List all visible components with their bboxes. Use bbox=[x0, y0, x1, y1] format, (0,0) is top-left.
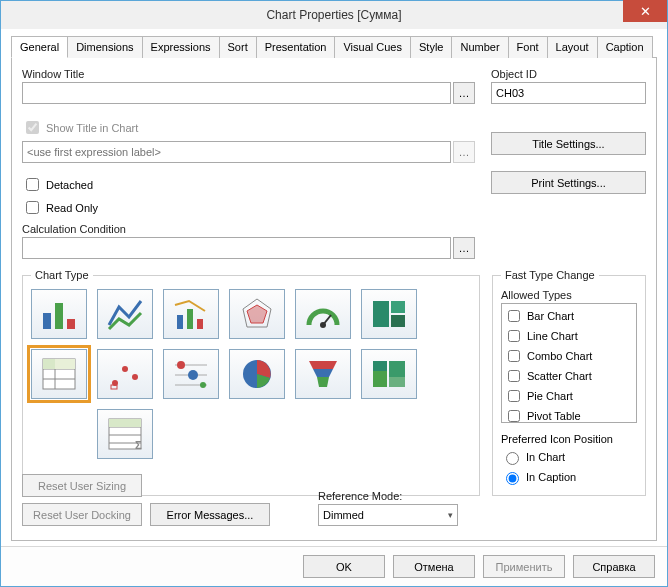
reference-mode-value: Dimmed bbox=[323, 509, 364, 521]
reference-mode-select[interactable]: Dimmed ▾ bbox=[318, 504, 458, 526]
show-title-checkbox bbox=[26, 121, 39, 134]
chart-type-legend: Chart Type bbox=[31, 269, 93, 281]
read-only-checkbox[interactable] bbox=[26, 201, 39, 214]
svg-rect-34 bbox=[373, 361, 387, 371]
calc-condition-label: Calculation Condition bbox=[22, 223, 475, 235]
tab-caption[interactable]: Caption bbox=[597, 36, 653, 58]
chart-type-scatter[interactable] bbox=[97, 349, 153, 399]
reset-user-sizing-button: Reset User Sizing bbox=[22, 474, 142, 497]
svg-rect-11 bbox=[391, 301, 405, 313]
svg-rect-3 bbox=[177, 315, 183, 329]
help-button[interactable]: Справка bbox=[573, 555, 655, 578]
calc-condition-input[interactable] bbox=[22, 237, 451, 259]
tab-general[interactable]: General bbox=[11, 36, 68, 58]
allowed-line-checkbox[interactable] bbox=[508, 330, 520, 342]
allowed-bar-label: Bar Chart bbox=[527, 310, 574, 322]
detached-checkbox[interactable] bbox=[26, 178, 39, 191]
chart-type-radar[interactable] bbox=[229, 289, 285, 339]
chart-type-line[interactable] bbox=[97, 289, 153, 339]
svg-rect-0 bbox=[43, 313, 51, 329]
in-caption-label: In Caption bbox=[526, 471, 576, 483]
allowed-pivot-checkbox[interactable] bbox=[508, 410, 520, 422]
fast-type-legend: Fast Type Change bbox=[501, 269, 599, 281]
tab-expressions[interactable]: Expressions bbox=[142, 36, 220, 58]
allowed-scatter-checkbox[interactable] bbox=[508, 370, 520, 382]
tab-number[interactable]: Number bbox=[451, 36, 508, 58]
svg-rect-2 bbox=[67, 319, 75, 329]
error-messages-button[interactable]: Error Messages... bbox=[150, 503, 270, 526]
show-title-label: Show Title in Chart bbox=[46, 122, 138, 134]
svg-rect-10 bbox=[373, 301, 389, 327]
title-settings-button[interactable]: Title Settings... bbox=[491, 132, 646, 155]
print-settings-button[interactable]: Print Settings... bbox=[491, 171, 646, 194]
chevron-down-icon: ▾ bbox=[448, 510, 453, 520]
allowed-bar-checkbox[interactable] bbox=[508, 310, 520, 322]
ok-button[interactable]: OK bbox=[303, 555, 385, 578]
in-chart-radio[interactable] bbox=[506, 452, 519, 465]
svg-rect-18 bbox=[55, 359, 75, 369]
allowed-line-label: Line Chart bbox=[527, 330, 578, 342]
chart-type-bar[interactable] bbox=[31, 289, 87, 339]
reset-user-docking-button: Reset User Docking bbox=[22, 503, 142, 526]
chart-type-funnel[interactable] bbox=[295, 349, 351, 399]
tab-presentation[interactable]: Presentation bbox=[256, 36, 336, 58]
svg-point-26 bbox=[177, 361, 185, 369]
window-title-input[interactable] bbox=[22, 82, 451, 104]
allowed-types-label: Allowed Types bbox=[501, 289, 637, 301]
chart-type-pivot-table[interactable] bbox=[31, 349, 87, 399]
svg-line-9 bbox=[323, 315, 331, 325]
apply-button: Применить bbox=[483, 555, 565, 578]
tab-dimensions[interactable]: Dimensions bbox=[67, 36, 142, 58]
svg-rect-1 bbox=[55, 303, 63, 329]
tab-visual-cues[interactable]: Visual Cues bbox=[334, 36, 411, 58]
allowed-types-list[interactable]: Bar Chart Line Chart Combo Chart Scatter… bbox=[501, 303, 637, 423]
svg-point-21 bbox=[132, 374, 138, 380]
object-id-label: Object ID bbox=[491, 68, 646, 80]
chart-type-combo[interactable] bbox=[163, 289, 219, 339]
dialog-footer: OK Отмена Применить Справка bbox=[1, 546, 667, 586]
calc-condition-expression-button[interactable]: … bbox=[453, 237, 475, 259]
cancel-button[interactable]: Отмена bbox=[393, 555, 475, 578]
read-only-label: Read Only bbox=[46, 202, 98, 214]
svg-text:Σ: Σ bbox=[135, 439, 142, 451]
window-title: Chart Properties [Сумма] bbox=[266, 8, 401, 22]
svg-point-28 bbox=[200, 382, 206, 388]
allowed-scatter-label: Scatter Chart bbox=[527, 370, 592, 382]
detached-label: Detached bbox=[46, 179, 93, 191]
title-expression-input bbox=[22, 141, 451, 163]
window-title-expression-button[interactable]: … bbox=[453, 82, 475, 104]
allowed-pie-checkbox[interactable] bbox=[508, 390, 520, 402]
allowed-combo-label: Combo Chart bbox=[527, 350, 592, 362]
chart-type-mekko[interactable] bbox=[361, 349, 417, 399]
chart-type-grid[interactable] bbox=[163, 349, 219, 399]
tab-font[interactable]: Font bbox=[508, 36, 548, 58]
svg-marker-30 bbox=[309, 361, 337, 369]
chart-type-block[interactable] bbox=[361, 289, 417, 339]
svg-rect-12 bbox=[391, 315, 405, 327]
chart-type-gauge[interactable] bbox=[295, 289, 351, 339]
svg-rect-36 bbox=[389, 361, 405, 377]
window-title-label: Window Title bbox=[22, 68, 475, 80]
object-id-input[interactable] bbox=[491, 82, 646, 104]
tab-layout[interactable]: Layout bbox=[547, 36, 598, 58]
svg-rect-4 bbox=[187, 309, 193, 329]
chart-type-pie[interactable] bbox=[229, 349, 285, 399]
allowed-pie-label: Pie Chart bbox=[527, 390, 573, 402]
titlebar: Chart Properties [Сумма] ✕ bbox=[1, 1, 667, 29]
close-button[interactable]: ✕ bbox=[623, 0, 667, 22]
svg-marker-32 bbox=[317, 377, 329, 387]
chart-type-straight-table[interactable]: Σ bbox=[97, 409, 153, 459]
svg-rect-5 bbox=[197, 319, 203, 329]
preferred-icon-position-label: Preferred Icon Position bbox=[501, 433, 637, 445]
allowed-pivot-label: Pivot Table bbox=[527, 410, 581, 422]
tab-style[interactable]: Style bbox=[410, 36, 452, 58]
in-caption-radio[interactable] bbox=[506, 472, 519, 485]
title-expression-button: … bbox=[453, 141, 475, 163]
in-chart-label: In Chart bbox=[526, 451, 565, 463]
allowed-combo-checkbox[interactable] bbox=[508, 350, 520, 362]
svg-marker-7 bbox=[247, 305, 267, 323]
tab-sort[interactable]: Sort bbox=[219, 36, 257, 58]
svg-point-20 bbox=[122, 366, 128, 372]
svg-point-27 bbox=[188, 370, 198, 380]
svg-rect-41 bbox=[109, 419, 141, 427]
